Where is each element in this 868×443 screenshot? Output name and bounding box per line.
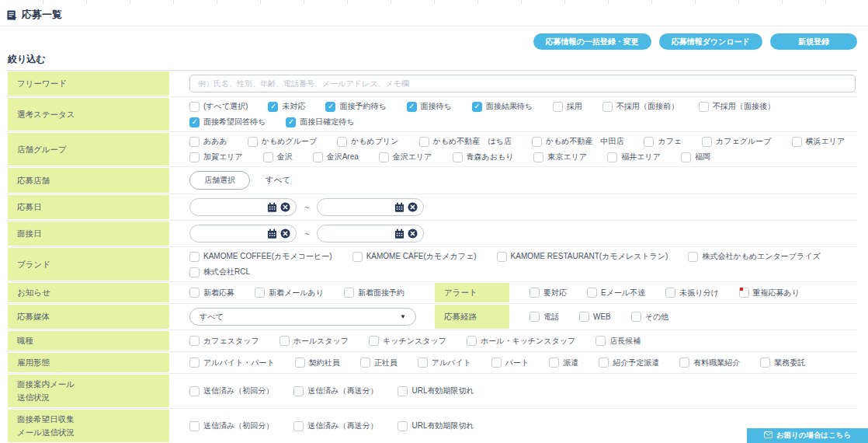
checkbox-icon[interactable] bbox=[607, 152, 617, 162]
calendar-icon[interactable] bbox=[394, 228, 404, 239]
checkbox-icon[interactable] bbox=[418, 358, 428, 368]
checkbox-icon[interactable] bbox=[263, 152, 273, 162]
checkbox-option-brand-3[interactable]: 株式会社かもめエンタープライズ bbox=[688, 251, 820, 262]
checkbox-checked-icon[interactable] bbox=[268, 102, 278, 112]
checkbox-icon[interactable] bbox=[189, 267, 200, 277]
checkbox-option-alert-3[interactable]: 重複応募あり bbox=[739, 288, 800, 298]
checkbox-option-selection-status-9[interactable]: 面接日確定待ち bbox=[286, 117, 354, 127]
checkbox-option-selection-status-2[interactable]: 面接予約待ち bbox=[325, 101, 386, 112]
checkbox-icon[interactable] bbox=[533, 152, 543, 162]
checkbox-option-employment-type-3[interactable]: アルバイト bbox=[418, 358, 471, 368]
checkbox-icon[interactable] bbox=[532, 137, 542, 147]
checkbox-option-selection-status-6[interactable]: 不採用（面接前） bbox=[602, 101, 679, 112]
checkbox-option-job-type-4[interactable]: 店長候補 bbox=[595, 336, 641, 347]
checkbox-option-job-type-0[interactable]: カフェスタッフ bbox=[189, 336, 259, 347]
freeword-input[interactable] bbox=[189, 75, 856, 92]
checkbox-icon[interactable] bbox=[553, 102, 563, 112]
calendar-icon[interactable] bbox=[267, 202, 277, 212]
checkbox-icon[interactable] bbox=[295, 358, 305, 368]
checkbox-option-selection-status-8[interactable]: 面接希望回答待ち bbox=[189, 117, 266, 127]
checkbox-option-selection-status-5[interactable]: 採用 bbox=[553, 101, 582, 112]
checkbox-icon[interactable] bbox=[631, 312, 641, 322]
interview-date-from-input[interactable] bbox=[189, 225, 297, 242]
checkbox-option-interview-guide-mail-status-1[interactable]: 送信済み（再送分） bbox=[293, 385, 377, 396]
checkbox-option-store-group-8[interactable]: 加賀エリア bbox=[189, 152, 243, 162]
checkbox-icon[interactable] bbox=[760, 358, 770, 368]
checkbox-option-store-group-13[interactable]: 東京エリア bbox=[533, 152, 587, 162]
checkbox-option-apply-route-0[interactable]: 電話 bbox=[529, 312, 559, 323]
checkbox-option-store-group-7[interactable]: 横浜エリア bbox=[792, 136, 845, 147]
checkbox-icon[interactable] bbox=[491, 358, 502, 368]
checkbox-icon[interactable] bbox=[189, 252, 200, 262]
help-button[interactable]: お困りの場合はこちら bbox=[747, 428, 868, 443]
checkbox-icon[interactable] bbox=[792, 137, 802, 147]
checkbox-icon[interactable] bbox=[369, 336, 379, 346]
checkbox-option-alert-2[interactable]: 未振り分け bbox=[665, 288, 718, 298]
checkbox-option-store-group-15[interactable]: 福岡 bbox=[681, 152, 710, 162]
apply-date-to-input[interactable] bbox=[317, 198, 424, 216]
checkbox-icon[interactable] bbox=[189, 137, 200, 147]
checkbox-option-selection-status-7[interactable]: 不採用（面接後） bbox=[699, 101, 775, 112]
checkbox-icon[interactable] bbox=[699, 102, 709, 112]
checkbox-icon[interactable] bbox=[529, 288, 540, 298]
checkbox-option-notice-1[interactable]: 新着メールあり bbox=[255, 288, 324, 298]
checkbox-option-notice-2[interactable]: 新着面接予約 bbox=[344, 288, 404, 298]
checkbox-icon[interactable] bbox=[313, 152, 323, 162]
checkbox-option-store-group-10[interactable]: 金沢Area bbox=[313, 152, 359, 162]
checkbox-option-brand-1[interactable]: KAMOME CAFE(カモメカフェ) bbox=[352, 251, 477, 262]
checkbox-icon[interactable] bbox=[189, 288, 200, 298]
checkbox-icon[interactable] bbox=[189, 336, 200, 346]
checkbox-option-store-group-3[interactable]: かもめ不動産 はち店 bbox=[419, 136, 512, 147]
checkbox-icon[interactable] bbox=[579, 312, 589, 322]
checkbox-icon[interactable] bbox=[599, 358, 609, 368]
checkbox-option-employment-type-6[interactable]: 紹介予定派遣 bbox=[599, 358, 659, 368]
checkbox-icon[interactable] bbox=[529, 312, 540, 322]
checkbox-option-job-type-2[interactable]: キッチンスタッフ bbox=[369, 336, 446, 347]
checkbox-icon[interactable] bbox=[681, 152, 691, 162]
checkbox-checked-icon[interactable] bbox=[407, 102, 417, 112]
checkbox-icon[interactable] bbox=[702, 137, 712, 147]
checkbox-icon[interactable] bbox=[189, 386, 200, 396]
checkbox-option-employment-type-5[interactable]: 派遣 bbox=[549, 358, 578, 368]
calendar-icon[interactable] bbox=[394, 202, 404, 212]
checkbox-option-apply-route-2[interactable]: その他 bbox=[631, 312, 668, 323]
checkbox-option-store-group-4[interactable]: かもめ不動産 中田店 bbox=[532, 136, 624, 147]
checkbox-icon[interactable] bbox=[587, 288, 597, 298]
checkbox-checked-icon[interactable] bbox=[286, 117, 296, 127]
checkbox-option-store-group-9[interactable]: 金沢 bbox=[263, 152, 293, 162]
checkbox-icon[interactable] bbox=[248, 137, 258, 147]
checkbox-option-store-group-1[interactable]: かもめグループ bbox=[248, 136, 317, 147]
checkbox-icon[interactable] bbox=[189, 358, 200, 368]
checkbox-option-selection-status-4[interactable]: 面接結果待ち bbox=[472, 101, 533, 112]
bulk-register-change-button[interactable]: 応募情報の一括登録・変更 bbox=[533, 33, 651, 50]
calendar-icon[interactable] bbox=[267, 228, 277, 239]
checkbox-icon[interactable] bbox=[679, 358, 689, 368]
checkbox-icon[interactable] bbox=[189, 152, 200, 162]
checkbox-icon[interactable] bbox=[360, 358, 370, 368]
checkbox-option-store-group-6[interactable]: カフェグループ bbox=[702, 136, 771, 147]
clear-date-icon[interactable] bbox=[408, 228, 418, 239]
checkbox-icon[interactable] bbox=[497, 252, 507, 262]
clear-date-icon[interactable] bbox=[280, 228, 290, 239]
checkbox-option-employment-type-4[interactable]: パート bbox=[491, 358, 529, 368]
checkbox-checked-icon[interactable] bbox=[189, 117, 200, 127]
checkbox-option-employment-type-0[interactable]: アルバイト・パート bbox=[189, 358, 275, 368]
checkbox-option-interview-guide-mail-status-2[interactable]: URL有効期限切れ bbox=[398, 385, 474, 396]
checkbox-option-selection-status-1[interactable]: 未対応 bbox=[268, 101, 305, 112]
checkbox-checked-icon[interactable] bbox=[325, 102, 335, 112]
checkbox-icon[interactable] bbox=[352, 252, 363, 262]
checkbox-icon[interactable] bbox=[467, 336, 477, 346]
checkbox-icon[interactable] bbox=[665, 288, 675, 298]
checkbox-icon[interactable] bbox=[189, 102, 200, 112]
checkbox-option-interview-request-mail-status-1[interactable]: 送信済み（再送分） bbox=[293, 420, 377, 431]
download-applications-button[interactable]: 応募情報ダウンロード bbox=[659, 33, 762, 50]
checkbox-icon[interactable] bbox=[379, 152, 389, 162]
new-registration-button[interactable]: 新規登録 bbox=[770, 33, 857, 50]
checkbox-option-employment-type-7[interactable]: 有料職業紹介 bbox=[679, 358, 740, 368]
checkbox-option-interview-guide-mail-status-0[interactable]: 送信済み（初回分） bbox=[189, 385, 273, 396]
checkbox-icon[interactable] bbox=[293, 386, 304, 396]
checkbox-icon[interactable] bbox=[453, 152, 463, 162]
checkbox-option-apply-route-1[interactable]: WEB bbox=[579, 312, 611, 322]
checkbox-option-job-type-1[interactable]: ホールスタッフ bbox=[279, 336, 349, 347]
checkbox-option-notice-0[interactable]: 新着応募 bbox=[189, 288, 234, 298]
